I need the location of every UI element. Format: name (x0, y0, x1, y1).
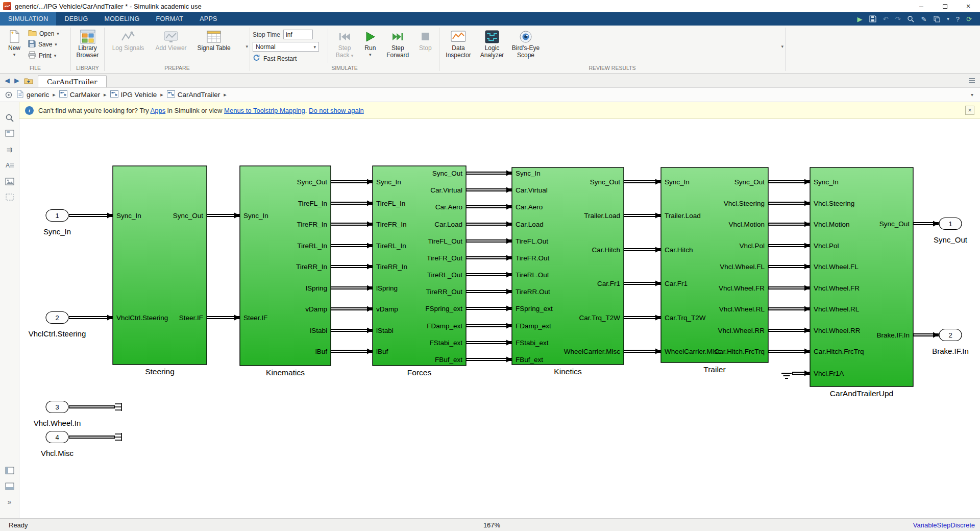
new-button[interactable]: New▾ (3, 28, 26, 58)
help-icon[interactable]: ? (956, 16, 960, 22)
signal-wire[interactable] (466, 204, 512, 210)
close-button[interactable]: × (957, 0, 980, 12)
expand-icon[interactable]: » (5, 497, 15, 507)
explorer-bar-toggle-icon[interactable] (5, 91, 13, 99)
signal-wire[interactable] (624, 349, 661, 354)
signal-wire[interactable] (768, 306, 810, 312)
signal-table-button[interactable]: Signal Table (193, 28, 235, 53)
birds-eye-scope-button[interactable]: Bird's-Eye Scope (509, 28, 542, 60)
breadcrumb-item-carandtrailer[interactable]: CarAndTrailer (167, 90, 220, 99)
subsystem-block-Kinematics[interactable]: Sync_InSteer.IFSync_OutTireFL_InTireFR_I… (240, 166, 331, 377)
do-not-show-again-link[interactable]: Do not show again (309, 107, 364, 114)
apps-link[interactable]: Apps (151, 107, 166, 114)
signal-wire[interactable] (913, 332, 939, 338)
signal-wire[interactable] (624, 247, 661, 253)
more-options-icon[interactable]: ▾ (947, 17, 949, 21)
signal-wire[interactable] (207, 315, 240, 321)
prepare-gallery-expand-icon[interactable]: ▾ (246, 44, 248, 49)
notification-close-icon[interactable]: × (965, 106, 974, 115)
inport-Vhcl.Wheel.In[interactable]: 3Vhcl.Wheel.In (34, 401, 81, 428)
inport-Vhcl.Misc[interactable]: 4Vhcl.Misc (41, 431, 74, 458)
tab-debug[interactable]: DEBUG (56, 12, 96, 26)
tab-format[interactable]: FORMAT (148, 12, 192, 26)
stop-time-input[interactable] (283, 30, 313, 39)
signal-wire[interactable] (624, 315, 661, 321)
signal-wire[interactable] (466, 187, 512, 193)
interface-view-icon[interactable] (5, 481, 15, 491)
signal-wire[interactable] (466, 289, 512, 295)
signal-wire[interactable] (69, 213, 113, 219)
signal-wire[interactable] (792, 371, 810, 376)
run-button[interactable]: Run▾ (359, 28, 382, 58)
add-viewer-button[interactable]: Add View­er (150, 28, 192, 53)
signal-wire[interactable] (466, 272, 512, 278)
breadcrumb-item-generic[interactable]: generic (16, 90, 49, 100)
subsystem-block-Kinetics[interactable]: Sync_InCar.VirtualCar.AeroCar.LoadTireFL… (512, 167, 624, 376)
signal-wire[interactable] (466, 306, 512, 311)
signal-wire[interactable] (466, 222, 512, 227)
update-model-icon[interactable]: ⟳ (966, 16, 972, 22)
minimize-button[interactable]: – (910, 0, 933, 12)
signal-wire[interactable] (466, 357, 512, 363)
signal-wire[interactable] (466, 323, 512, 329)
signal-wire[interactable] (768, 179, 810, 185)
tab-modeling[interactable]: MODELING (96, 12, 148, 26)
tab-simulation[interactable]: SIMULATION (0, 12, 56, 26)
document-tab[interactable]: CarAndTrailer (38, 75, 107, 87)
tab-list-icon[interactable] (968, 78, 975, 84)
review-gallery-expand-icon[interactable]: ▾ (781, 44, 783, 49)
simulation-mode-select[interactable]: Normal ▾ (253, 42, 319, 52)
subsystem-block-CarAndTrailerUpd[interactable]: Sync_InVhcl.SteeringVhcl.MotionVhcl.PolV… (810, 167, 913, 398)
signal-wire[interactable] (768, 285, 810, 291)
signal-wire[interactable] (466, 255, 512, 261)
signal-wire[interactable] (331, 306, 373, 312)
signal-wire[interactable] (331, 264, 373, 270)
save-quick-icon[interactable] (869, 15, 876, 22)
navigate-back-icon[interactable]: ◀ (5, 77, 10, 84)
signal-route-icon[interactable]: ⇉ (5, 144, 15, 155)
outport-Sync_Out[interactable]: 1Sync_Out (934, 218, 968, 245)
zoom-icon[interactable] (5, 113, 15, 123)
undo-icon[interactable]: ↶ (883, 16, 889, 22)
solver-label[interactable]: VariableStepDiscrete (913, 521, 975, 529)
signal-wire[interactable] (768, 243, 810, 249)
layers-icon[interactable] (933, 15, 940, 22)
select-area-icon[interactable] (5, 192, 15, 202)
signal-wire[interactable] (331, 201, 373, 206)
breadcrumb-item-ipg-vehicle[interactable]: IPG Vehicle (110, 90, 157, 99)
signal-wire[interactable] (466, 238, 512, 244)
signal-wire[interactable] (624, 213, 661, 219)
annotate-icon[interactable]: ✎ (921, 16, 926, 22)
inport-VhclCtrl.Steering[interactable]: 2VhclCtrl.Steering (29, 312, 86, 339)
signal-wire[interactable] (624, 179, 661, 185)
signal-wire[interactable] (69, 315, 113, 321)
ground-icon[interactable] (781, 373, 792, 378)
menus-toolstrip-mapping-link[interactable]: Menus to Toolstrip Mapping (224, 107, 305, 114)
signal-wire[interactable] (331, 222, 373, 227)
subsystem-block-Trailer[interactable]: Sync_InTrailer.LoadCar.HitchCar.Fr1Car.T… (661, 167, 768, 374)
navigate-forward-icon[interactable]: ▶ (14, 77, 19, 84)
fast-restart-label[interactable]: Fast Restart (263, 55, 297, 62)
signal-wire[interactable] (768, 201, 810, 206)
tab-apps[interactable]: APPS (191, 12, 226, 26)
outport-Brake.IF.In[interactable]: 2Brake.IF.In (932, 329, 969, 356)
data-inspector-button[interactable]: Data Inspector (442, 28, 475, 60)
viewmark-icon[interactable] (5, 129, 15, 139)
step-forward-button[interactable]: Step Forward (382, 28, 413, 60)
image-icon[interactable] (5, 176, 15, 186)
terminator-icon[interactable] (115, 403, 121, 411)
model-canvas[interactable]: Sync_InVhclCtrl.SteeringSync_OutSteer.IF… (19, 119, 980, 518)
signal-wire[interactable] (331, 243, 373, 249)
breadcrumb-item-carmaker[interactable]: CarMaker (59, 90, 100, 99)
signal-wire[interactable] (331, 328, 373, 333)
signal-wire[interactable] (913, 221, 939, 227)
signal-wire[interactable] (466, 171, 512, 176)
terminator-icon[interactable] (115, 433, 121, 441)
breadcrumb-dropdown-icon[interactable]: ▾ (971, 92, 975, 98)
signal-wire[interactable] (624, 281, 661, 286)
signal-wire[interactable] (768, 222, 810, 227)
run-quick-icon[interactable]: ▶ (857, 16, 863, 22)
signal-wire[interactable] (768, 349, 810, 354)
print-button[interactable]: Print▾ (27, 51, 60, 60)
library-browser-button[interactable]: Library Browser (74, 28, 102, 60)
